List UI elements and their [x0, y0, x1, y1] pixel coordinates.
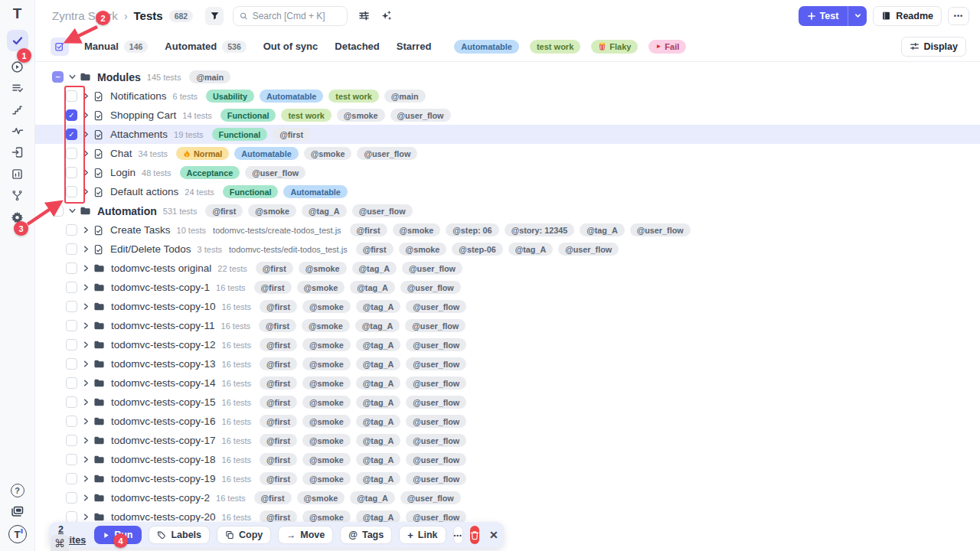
chevron-right-icon[interactable]	[80, 246, 92, 253]
chevron-right-icon[interactable]	[80, 265, 92, 272]
breadcrumb-project[interactable]: Zyntra Spark	[52, 9, 118, 22]
run-button[interactable]: Run	[94, 526, 142, 544]
tree-row[interactable]: todomvc-tests-copy-1516 tests@first@smok…	[35, 393, 980, 412]
row-title[interactable]: Notifications	[110, 90, 167, 102]
tree-row[interactable]: todomvc-tests-copy-116 tests@first@smoke…	[35, 278, 980, 297]
new-test-button[interactable]: Test	[799, 6, 867, 26]
row-checkbox[interactable]	[66, 416, 77, 427]
row-checkbox[interactable]	[66, 511, 77, 523]
chip-fail[interactable]: ►Fail	[648, 40, 686, 54]
chevron-right-icon[interactable]	[80, 322, 92, 329]
sidebar-item-pulse[interactable]	[7, 122, 28, 140]
chevron-right-icon[interactable]	[80, 284, 92, 291]
close-bar-button[interactable]: ✕	[486, 529, 501, 541]
labels-button[interactable]: Labels	[149, 526, 210, 544]
tree-row[interactable]: todomvc-tests-copy-1016 tests@first@smok…	[35, 297, 980, 316]
tree-row[interactable]: todomvc-tests-copy-216 tests@first@smoke…	[35, 488, 980, 507]
row-checkbox[interactable]	[66, 186, 77, 197]
row-title[interactable]: Automation	[97, 205, 157, 217]
chevron-down-icon[interactable]	[66, 207, 78, 214]
new-test-dropdown[interactable]	[848, 6, 867, 26]
readme-button[interactable]: Readme	[873, 6, 942, 26]
tree-row[interactable]: todomvc-tests-copy-1216 tests@first@smok…	[35, 335, 980, 354]
chip-flaky[interactable]: Flaky	[591, 40, 638, 54]
row-checkbox[interactable]: ✓	[66, 129, 77, 140]
tree-row[interactable]: Edit/Delete Todos3 teststodomvc-tests/ed…	[35, 240, 980, 259]
tree-row[interactable]: todomvc-tests-copy-1816 tests@first@smok…	[35, 450, 980, 469]
row-title[interactable]: Login	[110, 167, 136, 178]
chip-automatable[interactable]: Automatable	[454, 40, 519, 54]
sidebar-item-settings[interactable]	[7, 207, 28, 226]
tree-row[interactable]: ✓Attachments19 testsFunctional@first	[35, 125, 980, 144]
link-button[interactable]: +Link	[399, 526, 446, 544]
tree-row[interactable]: todomvc-tests original22 tests@first@smo…	[35, 259, 980, 278]
tree-row[interactable]: todomvc-tests-copy-1416 tests@first@smok…	[35, 373, 980, 393]
row-title[interactable]: todomvc-tests-copy-13	[111, 358, 216, 370]
row-checkbox[interactable]	[66, 148, 77, 159]
tags-button[interactable]: @Tags	[340, 526, 392, 544]
tree-row[interactable]: Login48 testsAcceptance@user_flow	[35, 163, 980, 182]
row-checkbox[interactable]	[52, 205, 64, 217]
chevron-right-icon[interactable]	[80, 399, 92, 406]
search-box[interactable]	[233, 6, 348, 26]
row-title[interactable]: todomvc-tests-copy-16	[111, 416, 216, 427]
row-checkbox[interactable]	[66, 339, 77, 350]
ai-sparkles-button[interactable]	[381, 10, 392, 21]
filter-item-automated[interactable]: Automated536	[165, 41, 246, 53]
row-title[interactable]: todomvc-tests-copy-14	[111, 377, 216, 389]
tree-row[interactable]: Create Tasks10 teststodomvc-tests/create…	[35, 220, 980, 240]
row-title[interactable]: todomvc-tests-copy-2	[111, 492, 210, 504]
row-title[interactable]: todomvc-tests-copy-15	[111, 396, 216, 408]
tree-row[interactable]: –Modules145 tests@main	[35, 67, 980, 86]
row-checkbox[interactable]: ✓	[66, 109, 77, 121]
chevron-right-icon[interactable]	[80, 303, 92, 310]
chevron-right-icon[interactable]	[80, 475, 92, 482]
row-title[interactable]: Shopping Cart	[110, 109, 176, 121]
row-title[interactable]: todomvc-tests-copy-17	[111, 435, 216, 446]
chevron-right-icon[interactable]	[80, 418, 92, 425]
chevron-down-icon[interactable]	[66, 73, 78, 80]
tree-row[interactable]: todomvc-tests-copy-1916 tests@first@smok…	[35, 469, 980, 488]
view-settings-button[interactable]	[358, 10, 370, 21]
chevron-right-icon[interactable]	[80, 514, 92, 520]
search-input[interactable]	[253, 11, 341, 21]
row-checkbox[interactable]	[66, 243, 77, 255]
chevron-right-icon[interactable]	[80, 494, 92, 501]
row-checkbox[interactable]	[66, 454, 77, 465]
row-checkbox[interactable]	[66, 90, 77, 102]
chevron-right-icon[interactable]	[80, 112, 92, 119]
more-actions-button[interactable]: •••	[948, 7, 969, 25]
filter-funnel-button[interactable]	[205, 7, 224, 25]
delete-button[interactable]	[470, 526, 479, 544]
row-title[interactable]: todomvc-tests-copy-12	[111, 339, 216, 350]
sidebar-item-steps[interactable]	[7, 100, 28, 119]
display-button[interactable]: Display	[901, 37, 966, 57]
chevron-right-icon[interactable]	[80, 380, 92, 386]
chevron-right-icon[interactable]	[80, 437, 92, 444]
row-title[interactable]: todomvc-tests-copy-1	[111, 282, 210, 293]
sidebar-item-branches[interactable]	[7, 186, 28, 204]
chevron-right-icon[interactable]	[80, 456, 92, 463]
row-title[interactable]: todomvc-tests original	[111, 262, 211, 274]
help-icon[interactable]: ?	[11, 484, 24, 497]
filter-item-starred[interactable]: Starred	[397, 41, 432, 53]
chevron-right-icon[interactable]	[80, 188, 92, 195]
projects-icon[interactable]	[11, 505, 24, 517]
row-title[interactable]: Modules	[97, 71, 141, 83]
row-title[interactable]: todomvc-tests-copy-10	[111, 301, 216, 312]
row-checkbox[interactable]	[66, 473, 77, 484]
sidebar-item-test-plans[interactable]	[7, 79, 28, 97]
row-title[interactable]: Create Tasks	[110, 224, 171, 236]
row-checkbox[interactable]	[66, 224, 77, 236]
row-checkbox[interactable]	[66, 435, 77, 446]
tree-row[interactable]: todomvc-tests-copy-1316 tests@first@smok…	[35, 354, 980, 373]
tree-row[interactable]: Default actions24 testsFunctionalAutomat…	[35, 182, 980, 201]
chevron-right-icon[interactable]	[80, 227, 92, 233]
row-checkbox[interactable]	[66, 396, 77, 408]
account-logo-icon[interactable]: T	[8, 525, 27, 543]
row-checkbox[interactable]	[66, 262, 77, 274]
row-title[interactable]: Edit/Delete Todos	[110, 243, 191, 255]
row-checkbox[interactable]	[66, 358, 77, 370]
tree-row[interactable]: Automation531 tests@first@smoke@tag_A@us…	[35, 201, 980, 220]
sidebar-item-tests[interactable]	[7, 30, 28, 51]
